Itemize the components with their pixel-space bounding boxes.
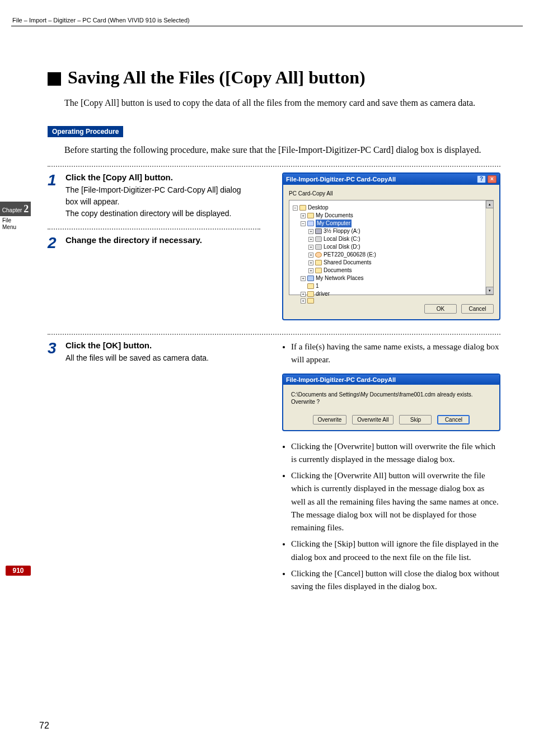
tree-floppy[interactable]: 3½ Floppy (A:) (324, 227, 360, 235)
overwrite-message-dialog: File-Import-Digitizer-PC Card-CopyAll C:… (282, 374, 500, 431)
tree-desktop[interactable]: Desktop (308, 204, 329, 212)
bullet-cancel: Clicking the [Cancel] button will close … (291, 567, 500, 594)
tree-mycomp[interactable]: My Computer (316, 220, 352, 227)
header-text: File – Import – Digitizer – PC Card (Whe… (12, 17, 190, 24)
dialog2-message: C:\Documents and Settings\My Documents\f… (291, 391, 491, 398)
chapter-tab: Chapter 2 (0, 202, 31, 216)
folder-icon (315, 260, 322, 265)
tree-docs[interactable]: Documents (324, 267, 352, 274)
model-badge: 910 (6, 566, 31, 576)
overwrite-button[interactable]: Overwrite (313, 415, 347, 424)
scrollbar[interactable]: ▴ ▾ (485, 200, 493, 295)
tree-driver[interactable]: driver (316, 290, 330, 298)
tree-shared[interactable]: Shared Documents (324, 259, 372, 267)
bullet-overwrite-all: Clicking the [Overwrite All] button will… (291, 469, 500, 534)
page-number: 72 (39, 721, 49, 731)
copyall-folder-dialog: File-Import-Digitizer-PC Card-CopyAll ? … (282, 172, 500, 320)
help-icon[interactable]: ? (477, 175, 486, 183)
intro-text: The [Copy All] button is used to copy th… (64, 96, 500, 110)
step3-head: Click the [OK] button. (65, 340, 265, 350)
dialog-title: File-Import-Digitizer-PC Card-CopyAll (286, 176, 396, 183)
floppy-icon (315, 228, 322, 234)
scroll-down-icon[interactable]: ▾ (486, 287, 494, 295)
dialog2-title: File-Import-Digitizer-PC Card-CopyAll (286, 376, 396, 383)
step1-head: Click the [Copy All] button. (65, 172, 265, 182)
step2-head: Change the directory if necessary. (65, 235, 265, 245)
separator (48, 166, 500, 167)
menu-tab: Menu (2, 224, 16, 230)
file-tab: File (2, 217, 11, 223)
tree-mydocs[interactable]: My Documents (316, 212, 353, 220)
running-header: File – Import – Digitizer – PC Card (Whe… (11, 17, 523, 26)
tree-e[interactable]: PET220_060628 (E:) (324, 251, 376, 259)
dialog-subtitle: PC Card-Copy All (289, 190, 494, 197)
folder-icon (307, 298, 314, 304)
step1-row: 1 Click the [Copy All] button. The [File… (48, 172, 500, 320)
folder-icon (315, 268, 322, 273)
close-icon[interactable]: × (488, 175, 496, 183)
precondition-text: Before starting the following procedure,… (64, 143, 500, 157)
dialog-titlebar: File-Import-Digitizer-PC Card-CopyAll (283, 375, 499, 385)
bullet-skip: Clicking the [Skip] button will ignore t… (291, 538, 500, 564)
note-1: If a file(s) having the same name exists… (291, 340, 500, 367)
separator (48, 334, 500, 335)
folder-icon (307, 291, 314, 297)
scroll-up-icon[interactable]: ▴ (486, 200, 494, 208)
overwrite-all-button[interactable]: Overwrite All (352, 415, 394, 424)
square-bullet-icon (48, 72, 61, 86)
step-1: 1 Click the [Copy All] button. The [File… (48, 172, 265, 220)
folder-tree[interactable]: −Desktop +My Documents −My Computer +3½ … (289, 200, 494, 295)
step-num-1: 1 (48, 172, 60, 220)
cd-icon (315, 252, 322, 258)
page-title: Saving All the Files ([Copy All] button) (68, 67, 366, 88)
tree-one[interactable]: 1 (316, 282, 319, 290)
dialog2-question: Overwrite ? (291, 399, 491, 405)
tree-d[interactable]: Local Disk (D:) (324, 243, 360, 251)
ok-button[interactable]: OK (424, 304, 457, 314)
chapter-num: 2 (24, 203, 29, 214)
bullet-overwrite: Clicking the [Overwrite] button will ove… (291, 440, 500, 466)
separator (48, 228, 260, 230)
operating-procedure-label: Operating Procedure (48, 126, 123, 137)
tree-net[interactable]: My Network Places (316, 274, 364, 282)
skip-button[interactable]: Skip (399, 415, 432, 424)
folder-icon (307, 283, 314, 289)
step-num-2: 2 (48, 235, 60, 251)
folder-icon (307, 213, 314, 218)
computer-icon (307, 221, 314, 226)
file-menu-tab: File Menu (0, 216, 31, 232)
step-2: 2 Change the directory if necessary. (48, 235, 265, 251)
step-num-3: 3 (48, 340, 60, 364)
note-block: If a file(s) having the same name exists… (282, 340, 500, 367)
drive-icon (315, 244, 322, 250)
bullets-block: Clicking the [Overwrite] button will ove… (282, 440, 500, 594)
chapter-label: Chapter (2, 207, 22, 213)
main-content: Saving All the Files ([Copy All] button)… (48, 67, 500, 596)
title-row: Saving All the Files ([Copy All] button) (48, 67, 500, 88)
step3-body: All the files will be saved as camera da… (65, 352, 250, 364)
step-3: 3 Click the [OK] button. All the files w… (48, 340, 265, 364)
side-tab: Chapter 2 File Menu (0, 202, 31, 232)
cancel-button[interactable]: Cancel (437, 415, 470, 424)
tree-c[interactable]: Local Disk (C:) (324, 235, 360, 243)
dialog-titlebar: File-Import-Digitizer-PC Card-CopyAll ? … (283, 174, 499, 185)
drive-icon (315, 236, 322, 242)
desktop-icon (299, 205, 306, 211)
step3-row: 3 Click the [OK] button. All the files w… (48, 340, 500, 596)
network-icon (307, 276, 314, 281)
cancel-button[interactable]: Cancel (461, 304, 494, 314)
step1-body: The [File-Import-Digitizer-PC Card-Copy … (65, 184, 250, 220)
